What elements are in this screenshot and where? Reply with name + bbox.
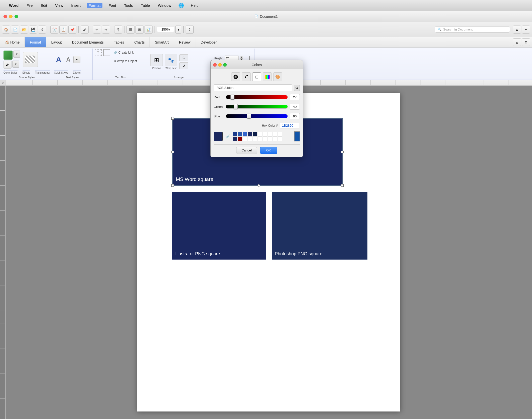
toolbar-copy[interactable]: 📋 xyxy=(59,26,67,34)
close-button[interactable] xyxy=(4,15,7,18)
swatch-11[interactable] xyxy=(233,137,237,141)
swatch-6[interactable] xyxy=(258,132,262,136)
handle-right-center[interactable] xyxy=(341,151,344,153)
tab-tables[interactable]: Tables xyxy=(109,37,129,47)
brush-dropdown[interactable]: ▾ xyxy=(12,61,19,68)
tab-document-elements[interactable]: Document Elements xyxy=(67,37,109,47)
swatch-12[interactable] xyxy=(238,137,242,141)
maximize-button[interactable] xyxy=(15,15,18,18)
swatch-9[interactable] xyxy=(273,132,277,136)
toolbar-list[interactable]: ☰ xyxy=(126,26,135,34)
wrap-text-btn[interactable]: 🐾 xyxy=(165,54,177,66)
toolbar-open[interactable]: 📂 xyxy=(20,26,28,34)
extra-swatch[interactable] xyxy=(294,131,300,141)
swatch-19[interactable] xyxy=(273,137,277,141)
ribbon-customize[interactable]: ⚙ xyxy=(522,38,530,46)
menu-word[interactable]: Word xyxy=(7,3,21,8)
swatch-17[interactable] xyxy=(263,137,267,141)
menu-window[interactable]: Window xyxy=(156,3,173,8)
shape-style-btn1[interactable]: ▾ xyxy=(13,51,20,58)
colors-close[interactable] xyxy=(213,63,217,67)
height-up[interactable]: ▲ xyxy=(240,56,243,58)
tab-review[interactable]: Review xyxy=(174,37,196,47)
ribbon-collapse[interactable]: ▲ xyxy=(513,38,521,46)
swatch-3[interactable] xyxy=(243,132,247,136)
red-value[interactable]: 27 xyxy=(290,94,300,100)
text-style-dropdown[interactable]: ▾ xyxy=(73,56,80,63)
handle-bottom-center[interactable] xyxy=(257,184,260,187)
green-value[interactable]: 40 xyxy=(290,104,300,110)
current-color-swatch[interactable] xyxy=(214,132,223,141)
tab-smartart[interactable]: SmartArt xyxy=(150,37,174,47)
eyedropper-btn[interactable]: 💉 xyxy=(225,133,231,139)
menu-tools[interactable]: Tools xyxy=(122,3,135,8)
mode-dropdown[interactable]: RGB Sliders xyxy=(214,84,292,91)
toolbar-new[interactable]: 📄 xyxy=(11,26,19,34)
toolbar-chart[interactable]: 📊 xyxy=(145,26,153,34)
toolbar-cut[interactable]: ✂️ xyxy=(50,26,58,34)
menu-insert[interactable]: Insert xyxy=(69,3,83,8)
swatch-7[interactable] xyxy=(263,132,267,136)
arrange-btn1[interactable]: ⬡ xyxy=(179,54,188,61)
toolbar-undo[interactable]: ↩ xyxy=(93,26,101,34)
toolbar-help[interactable]: ? xyxy=(186,26,194,34)
swatch-15[interactable] xyxy=(253,137,257,141)
tab-charts[interactable]: Charts xyxy=(129,37,150,47)
handle-top-left[interactable] xyxy=(171,117,174,120)
toolbar-brush[interactable]: 🖌 xyxy=(81,26,89,34)
swatch-10[interactable] xyxy=(278,132,282,136)
swatch-8[interactable] xyxy=(268,132,272,136)
handle-left-center[interactable] xyxy=(171,151,174,153)
toolbar-redo[interactable]: ↪ xyxy=(102,26,110,34)
swatch-20[interactable] xyxy=(278,137,282,141)
menu-font[interactable]: Font xyxy=(106,3,118,8)
menu-edit[interactable]: Edit xyxy=(39,3,49,8)
zoom-level[interactable]: 150% xyxy=(157,27,174,32)
color-tab-crayon[interactable]: 🖍 xyxy=(242,72,251,81)
position-btn[interactable]: ⊞ xyxy=(150,54,163,66)
toolbar-paste[interactable]: 📌 xyxy=(68,26,76,34)
toolbar-print[interactable]: 🖨 xyxy=(38,26,46,34)
text-style-a-btn[interactable]: A xyxy=(54,55,63,65)
swatch-18[interactable] xyxy=(268,137,272,141)
color-tab-spectrum[interactable] xyxy=(263,72,272,81)
menu-format[interactable]: Format xyxy=(87,3,103,8)
toolbar-table[interactable]: ⊞ xyxy=(136,26,144,34)
nav-up[interactable]: ▲ xyxy=(513,26,521,34)
blue-value[interactable]: 96 xyxy=(290,113,300,119)
red-slider-track[interactable] xyxy=(226,95,288,99)
handle-bottom-right[interactable] xyxy=(341,184,344,187)
cancel-button[interactable]: Cancel xyxy=(236,147,257,154)
toolbar-home[interactable]: 🏠 xyxy=(2,26,10,34)
color-tab-wheel[interactable]: .cw{fill:url(#cw)} xyxy=(231,72,240,81)
swatch-1[interactable] xyxy=(233,132,237,136)
menu-table[interactable]: Table xyxy=(139,3,152,8)
tab-developer[interactable]: Developer xyxy=(196,37,222,47)
minimize-button[interactable] xyxy=(9,15,13,18)
menu-file[interactable]: File xyxy=(25,3,35,8)
blue-slider-track[interactable] xyxy=(226,114,288,118)
swatch-16[interactable] xyxy=(258,137,262,141)
nav-down[interactable]: ▼ xyxy=(522,26,530,34)
hex-input[interactable] xyxy=(280,123,300,128)
illustrator-box[interactable]: Illustrator PNG square xyxy=(172,192,266,260)
toolbar-pilcrow[interactable]: ¶ xyxy=(114,26,122,34)
arrange-btn2[interactable]: ↺ xyxy=(179,62,188,69)
toolbar-save[interactable]: 💾 xyxy=(29,26,37,34)
menu-view[interactable]: View xyxy=(53,3,65,8)
swatch-13[interactable] xyxy=(243,137,247,141)
swatch-2[interactable] xyxy=(238,132,242,136)
tab-layout[interactable]: Layout xyxy=(46,37,67,47)
colors-minimize[interactable] xyxy=(218,63,222,67)
ok-button[interactable]: OK xyxy=(260,147,277,154)
search-bar[interactable]: 🔍 Search in Document xyxy=(435,26,510,33)
red-slider-thumb[interactable] xyxy=(230,95,234,100)
green-slider-thumb[interactable] xyxy=(234,104,238,109)
text-style-color-btn[interactable]: A xyxy=(64,55,72,64)
tab-format[interactable]: Format xyxy=(25,37,46,47)
handle-bottom-left[interactable] xyxy=(171,184,174,187)
mode-gear-btn[interactable]: ⚙ xyxy=(294,85,300,91)
tab-home[interactable]: 🏠 Home xyxy=(0,37,25,47)
swatch-5[interactable] xyxy=(253,132,257,136)
menu-help[interactable]: Help xyxy=(189,3,201,8)
